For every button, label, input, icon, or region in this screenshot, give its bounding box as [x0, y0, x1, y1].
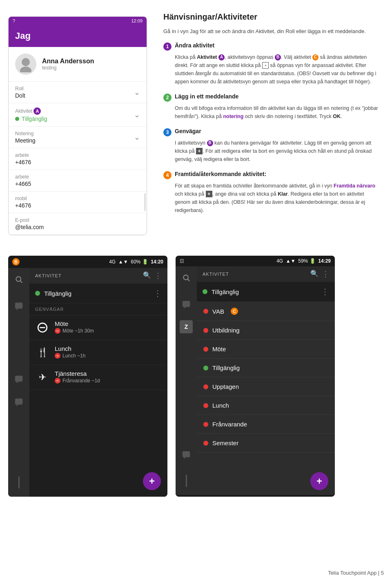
plus-icon-2: +: [206, 191, 212, 197]
tjansteresa-name: Tjänsteresa: [55, 370, 162, 377]
profile-info: Anna Andersson testing: [42, 58, 94, 71]
upptagen-dot: [203, 384, 208, 389]
svg-marker-17: [184, 457, 187, 459]
sidebar-search-icon[interactable]: [11, 272, 26, 287]
arbete-2-field: arbete +4665: [9, 170, 147, 192]
mobil-value: +4676: [15, 202, 31, 209]
arbete-1-field: arbete +4676: [9, 148, 147, 170]
notering-link: notering: [223, 114, 243, 119]
badge-b-status: B: [12, 258, 21, 265]
dropdown-list: VAB C Utbildning Möte: [197, 302, 335, 495]
sidebar-chat-icon-r1[interactable]: [179, 297, 194, 312]
svg-point-0: [22, 58, 30, 66]
roll-field[interactable]: Roll Dolt ⌄: [9, 82, 147, 103]
bottom-left-inner: AKTIVITET 🔍 ⋮ Tillgänglig ⋮ GENVÄGAR: [8, 268, 167, 497]
profile-name: Anna Andersson: [42, 58, 94, 65]
dropdown-semester[interactable]: Semester: [197, 434, 335, 453]
mobil-field: mobil +4676: [9, 192, 147, 213]
section-title-right: AKTIVITET: [203, 272, 229, 277]
dropdown-utbildning[interactable]: Utbildning: [197, 321, 335, 340]
instruction-header-4: 4 Framtida/återkommande aktivitet:: [163, 171, 380, 179]
sidebar-chat-icon-r2[interactable]: [179, 448, 194, 462]
instruction-block-1: 1 Ändra aktivitet Klicka på Aktivitet A,…: [163, 42, 380, 86]
activity-row-left[interactable]: Tillgänglig ⋮: [29, 283, 167, 303]
badge-a-inline: A: [218, 54, 225, 60]
shortcut-tjansteresa[interactable]: ✈ Tjänsteresa − Frånvarande ~1d: [29, 365, 167, 390]
status-bar-right: 12:09: [131, 18, 143, 23]
badge-b-inline-2: B: [207, 140, 213, 146]
phone-header: Jag: [9, 25, 147, 47]
svg-rect-14: [183, 301, 190, 307]
epost-value: @telia.com: [15, 224, 44, 230]
bottom-right-statusbar: 🖼 4G ▲▼ 59% 🔋 14:29: [176, 256, 335, 266]
activity-label-left: Tillgänglig: [44, 290, 154, 297]
grid-icon: ▪: [262, 62, 269, 69]
text-1: Klicka på Aktivitet A, aktivitetsvyn öpp…: [163, 53, 380, 86]
minus-icon-mote: −: [55, 328, 60, 334]
search-icon-small-r[interactable]: 🔍: [310, 270, 318, 279]
svg-marker-7: [17, 382, 19, 384]
phone-bottom-right: 🖼 4G ▲▼ 59% 🔋 14:29: [176, 256, 335, 497]
lunch-label-r: Lunch: [212, 402, 229, 409]
fab-right[interactable]: +: [310, 472, 328, 490]
b-badge: B: [12, 258, 20, 265]
notering-field[interactable]: Notering Meeting ⌄: [9, 127, 147, 148]
more-icon[interactable]: ⋮: [154, 271, 162, 280]
tillganglig-label: Tillgänglig: [212, 364, 240, 371]
dropdown-vab[interactable]: VAB C: [197, 302, 335, 321]
more-icon-r[interactable]: ⋮: [322, 270, 329, 279]
badge-b-inline: B: [275, 54, 281, 60]
svg-point-1: [20, 67, 31, 72]
section-header-left: AKTIVITET 🔍 ⋮: [29, 268, 167, 283]
framtida-link: Framtida närvaro: [334, 183, 375, 189]
sidebar-chat-icon-1[interactable]: [11, 299, 26, 314]
section-header-right: AKTIVITET 🔍 ⋮: [197, 266, 335, 282]
dropdown-mote[interactable]: Möte: [197, 340, 335, 359]
phone-title: Jag: [15, 31, 31, 41]
shortcut-lunch[interactable]: 🍴 Lunch − Lunch ~1h: [29, 340, 167, 365]
status-bar: ? 12:09: [9, 17, 147, 25]
svg-rect-6: [15, 376, 22, 382]
tjansteresa-sub: − Frånvarande ~1d: [55, 378, 162, 384]
status-dot-green-r: [203, 289, 207, 294]
sidebar-right: Z: [176, 266, 197, 495]
sidebar-chat-icon-2[interactable]: [11, 372, 26, 387]
instructions-title: Hänvisningar/Aktiviteter: [163, 12, 380, 22]
scroll-indicator-r: [186, 475, 187, 487]
heading-4: Framtida/återkommande aktivitet:: [175, 171, 266, 177]
semester-dot: [203, 441, 208, 446]
sidebar-search-icon-r[interactable]: [179, 270, 194, 285]
dropdown-lunch[interactable]: Lunch: [197, 396, 335, 415]
badge-1: 1: [163, 42, 172, 51]
activity-row-right[interactable]: Tillgänglig ⋮: [197, 282, 335, 302]
status-dot-green: [35, 291, 40, 296]
fab-left[interactable]: +: [143, 472, 161, 490]
svg-rect-8: [15, 399, 22, 405]
dropdown-tillganglig[interactable]: Tillgänglig: [197, 359, 335, 377]
profile-subtitle: testing: [42, 65, 94, 71]
dropdown-upptagen[interactable]: Upptagen: [197, 377, 335, 396]
svg-marker-9: [17, 405, 19, 406]
tjansteresa-icon: ✈: [35, 370, 50, 385]
plus-icon: +: [196, 148, 203, 154]
roll-value: Dolt: [15, 92, 25, 99]
chevron-icon: ⌄: [134, 88, 140, 97]
shortcut-mote[interactable]: Möte − Möte ~1h 30m: [29, 315, 167, 340]
search-icon-small[interactable]: 🔍: [143, 271, 151, 280]
activity-more-icon[interactable]: ⋮: [154, 288, 162, 298]
vab-label: VAB: [212, 308, 224, 315]
text-3: I aktivitetsvyn B kan du hantera genväga…: [163, 139, 380, 163]
status-right-left: 4G ▲▼ 60% 🔋 14:20: [109, 259, 163, 265]
sidebar-chat-icon-3[interactable]: [11, 395, 26, 410]
instruction-header-2: 2 Lägg in ett meddelande: [163, 93, 380, 102]
footer-text: Telia Touchpoint App | 5: [328, 570, 384, 576]
aktivitet-value: Tillgänglig: [15, 116, 47, 122]
roll-label: Roll: [15, 86, 25, 91]
svg-point-12: [183, 275, 188, 280]
aktivitet-field[interactable]: Aktivitet A Tillgänglig ⌄: [9, 103, 147, 127]
dropdown-franvarande[interactable]: Frånvarande: [197, 415, 335, 434]
minus-icon-tjansteresa: −: [55, 378, 60, 384]
image-icon: 🖼: [180, 259, 184, 263]
arbete-1-label: arbete: [15, 152, 31, 158]
activity-more-icon-r[interactable]: ⋮: [321, 287, 329, 297]
